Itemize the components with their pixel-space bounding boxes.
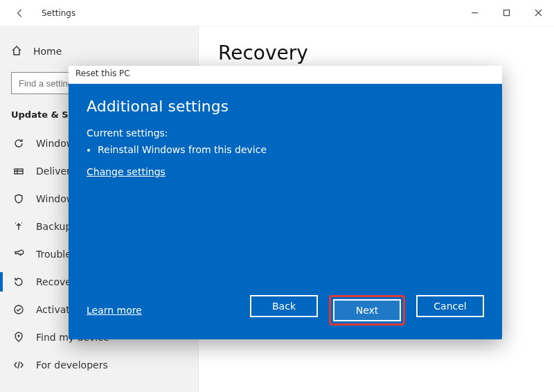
learn-more-link[interactable]: Learn more bbox=[87, 305, 142, 316]
sidebar-item-for-developers[interactable]: For developers bbox=[11, 351, 187, 379]
app-title: Settings bbox=[42, 8, 75, 18]
maximize-button[interactable] bbox=[490, 0, 522, 26]
minimize-button[interactable] bbox=[458, 0, 490, 26]
dialog-title: Reset this PC bbox=[69, 66, 502, 84]
close-button[interactable] bbox=[522, 0, 554, 26]
sidebar-item-label: For developers bbox=[36, 359, 108, 371]
next-button-highlight: Next bbox=[329, 295, 405, 326]
title-bar: Settings bbox=[0, 0, 554, 26]
next-button[interactable]: Next bbox=[333, 299, 401, 321]
current-settings-label: Current settings: bbox=[87, 127, 484, 139]
dialog-buttons: Back Next Cancel bbox=[250, 295, 484, 326]
check-circle-icon bbox=[12, 303, 25, 316]
window-controls bbox=[458, 0, 554, 26]
reset-pc-dialog: Reset this PC Additional settings Curren… bbox=[69, 66, 502, 339]
location-icon bbox=[12, 331, 25, 344]
back-button-dialog[interactable]: Back bbox=[250, 295, 318, 317]
back-button[interactable] bbox=[10, 3, 30, 24]
home-label: Home bbox=[33, 46, 62, 57]
svg-point-3 bbox=[18, 335, 19, 337]
change-settings-link[interactable]: Change settings bbox=[87, 166, 484, 177]
dialog-body: Additional settings Current settings: Re… bbox=[69, 84, 502, 339]
delivery-icon bbox=[12, 165, 25, 177]
home-icon bbox=[11, 45, 22, 58]
recovery-icon bbox=[12, 276, 25, 288]
dialog-heading: Additional settings bbox=[87, 98, 484, 115]
sidebar-item-label: Backup bbox=[36, 221, 71, 232]
dialog-footer: Learn more Back Next Cancel bbox=[87, 295, 484, 326]
refresh-icon bbox=[12, 137, 25, 150]
shield-icon bbox=[12, 193, 25, 205]
svg-point-2 bbox=[15, 305, 23, 314]
backup-icon bbox=[12, 220, 25, 233]
current-settings-list: Reinstall Windows from this device bbox=[88, 143, 484, 157]
code-icon bbox=[12, 359, 25, 371]
cancel-button[interactable]: Cancel bbox=[416, 295, 484, 317]
wrench-icon bbox=[12, 248, 25, 260]
sidebar-home[interactable]: Home bbox=[11, 39, 187, 64]
svg-rect-0 bbox=[503, 10, 509, 16]
settings-bullet: Reinstall Windows from this device bbox=[98, 144, 484, 155]
page-title: Recovery bbox=[218, 42, 535, 64]
